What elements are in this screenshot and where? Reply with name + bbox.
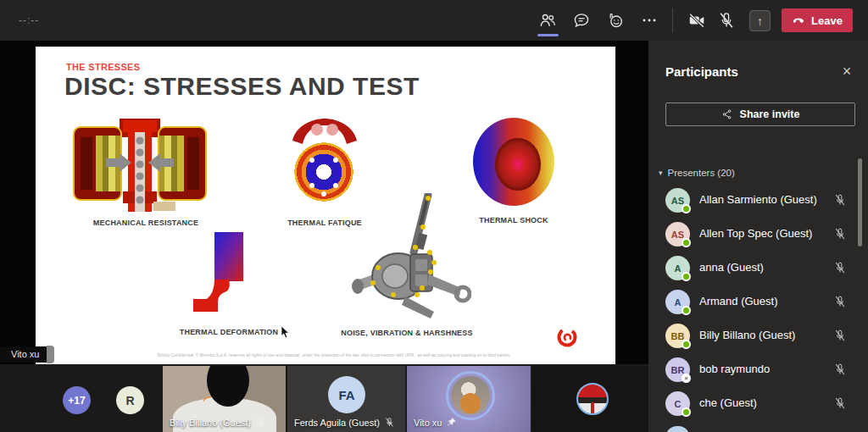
- ferds-name: Ferds Aguila (Guest): [294, 418, 380, 428]
- helmet-avatar: [576, 383, 609, 415]
- participant-row[interactable]: A anna (Guest): [648, 252, 868, 285]
- participant-row[interactable]: A Armand (Guest): [648, 285, 868, 319]
- presence-available-badge: [682, 306, 691, 315]
- presenter-tag-grip: [47, 346, 54, 363]
- participant-row[interactable]: AS Allen Top Spec (Guest): [648, 218, 868, 252]
- chat-button[interactable]: [570, 9, 593, 31]
- nvh-figure: [346, 193, 471, 329]
- overflow-count: +17: [68, 395, 85, 407]
- caption-thermal-fatique: THERMAL FATIQUE: [257, 219, 392, 227]
- participant-name: Armand (Guest): [699, 295, 777, 307]
- hangup-icon: [792, 14, 805, 27]
- active-tab-underline: [537, 34, 559, 36]
- billy-tile-label: Billy Billano (Guest): [170, 417, 266, 428]
- meeting-toolbar: --:-- ↑ Leave: [0, 0, 868, 41]
- participant-row[interactable]: BR × bob raymundo: [648, 353, 868, 387]
- ferds-initials: FA: [338, 388, 354, 402]
- ferds-tile-label: Ferds Aguila (Guest): [294, 417, 395, 428]
- mic-off-icon: [833, 295, 847, 308]
- billy-name: Billy Billano (Guest): [170, 418, 251, 428]
- presentation-slide: THE STRESSES DISC: STRESSES AND TEST: [36, 47, 615, 364]
- leave-button[interactable]: Leave: [782, 8, 853, 32]
- pin-icon: [446, 417, 457, 428]
- video-tile-billy[interactable]: Billy Billano (Guest): [163, 366, 286, 432]
- confidentiality-footer: Strictly Confidential, © Brembo S.p.A. r…: [86, 352, 581, 357]
- overflow-participants-bubble[interactable]: +17: [63, 386, 91, 414]
- presence-available-badge: [682, 340, 691, 349]
- mechanical-resistance-figure: [72, 119, 208, 212]
- panel-title: Participants: [665, 64, 738, 79]
- video-tile-vito[interactable]: Vito xu: [407, 366, 531, 432]
- participants-button[interactable]: [536, 9, 559, 31]
- presenter-name: Vito xu: [0, 346, 47, 363]
- mic-off-icon: [833, 363, 847, 376]
- shared-screen-stage: THE STRESSES DISC: STRESSES AND TEST: [0, 41, 648, 364]
- presence-available-badge: [682, 272, 691, 281]
- slide-title: DISC: STRESSES AND TEST: [64, 72, 420, 101]
- toolbar-divider: [672, 8, 673, 32]
- participant-row[interactable]: C che (Guest): [648, 387, 868, 421]
- brembo-logo: [556, 326, 578, 348]
- participant-name: che (Guest): [699, 396, 757, 409]
- participant-name: Allan Sarmiento (Guest): [699, 193, 817, 206]
- leave-label: Leave: [811, 14, 843, 27]
- vito-tile-label: Vito xu: [414, 417, 457, 428]
- caption-thermal-deformation: THERMAL DEFORMATION: [161, 328, 297, 336]
- chevron-down-icon: ▾: [659, 169, 663, 177]
- teams-meeting-window: --:-- ↑ Leave THE STRE: [0, 0, 868, 432]
- reactions-button[interactable]: [604, 9, 627, 31]
- participant-row[interactable]: AS Allan Sarmiento (Guest): [648, 184, 868, 218]
- mic-off-icon: [833, 227, 847, 241]
- mic-off-icon: [833, 261, 847, 274]
- thermal-deformation-figure: [186, 230, 246, 322]
- people-icon: [538, 11, 557, 30]
- share-invite-button[interactable]: Share invite: [665, 102, 855, 126]
- more-actions-button[interactable]: [637, 9, 661, 31]
- video-tile-ferds[interactable]: FA Ferds Aguila (Guest): [287, 366, 405, 432]
- caption-thermal-shock: THERMAL SHOCK: [446, 216, 581, 224]
- share-invite-icon: [721, 108, 733, 120]
- presenters-section-header[interactable]: ▾ Presenters (20): [659, 168, 735, 178]
- participant-name: anna (Guest): [699, 261, 764, 274]
- r-initial: R: [125, 394, 134, 407]
- video-tile-helmet[interactable]: [532, 366, 648, 432]
- mic-off-icon: [833, 396, 847, 410]
- presence-available-badge: [682, 204, 691, 213]
- caption-mechanical-resistance: MECHANICAL RESISTANCE: [61, 219, 231, 227]
- panel-scrollbar[interactable]: [858, 158, 862, 246]
- camera-toggle-button[interactable]: [685, 9, 709, 31]
- reactions-icon: [606, 11, 625, 30]
- participant-name: Allen Top Spec (Guest): [699, 227, 812, 240]
- slide-eyebrow: THE STRESSES: [66, 62, 140, 72]
- mic-off-icon: [717, 11, 736, 30]
- mic-off-icon: [833, 193, 847, 207]
- vito-speaking-ring: [446, 371, 495, 420]
- mic-off-icon: [255, 417, 266, 428]
- participant-name: bob raymundo: [699, 363, 770, 375]
- mouse-cursor: [281, 326, 290, 339]
- chat-icon: [572, 11, 591, 30]
- presenters-count-label: Presenters (20): [668, 168, 735, 178]
- close-panel-button[interactable]: ×: [837, 61, 857, 81]
- participant-name: Billy Billano (Guest): [699, 329, 795, 341]
- share-invite-label: Share invite: [740, 108, 800, 120]
- presence-available-badge: [682, 238, 691, 247]
- presenter-tag[interactable]: Vito xu: [0, 346, 54, 363]
- mic-off-icon: [384, 417, 395, 428]
- camera-off-icon: [687, 11, 706, 30]
- mic-off-icon: [833, 329, 847, 342]
- vito-avatar: [451, 376, 490, 415]
- thermal-shock-figure: [471, 117, 556, 208]
- mic-toggle-button[interactable]: [715, 9, 738, 31]
- ferds-avatar: FA: [328, 376, 365, 413]
- participant-row[interactable]: BB Billy Billano (Guest): [648, 319, 868, 353]
- partial-next-avatar: [665, 426, 690, 432]
- share-arrow-icon: ↑: [757, 14, 763, 28]
- ellipsis-icon: [640, 11, 659, 30]
- participants-panel: Participants × Share invite ▾ Presenters…: [648, 41, 868, 432]
- presence-offline-badge: ×: [682, 374, 691, 383]
- presence-available-badge: [682, 407, 691, 417]
- video-filmstrip: +17 R Billy Billano (Guest) FA Ferds Agu…: [0, 364, 648, 432]
- share-screen-button[interactable]: ↑: [749, 10, 771, 31]
- participant-r-avatar[interactable]: R: [116, 386, 144, 414]
